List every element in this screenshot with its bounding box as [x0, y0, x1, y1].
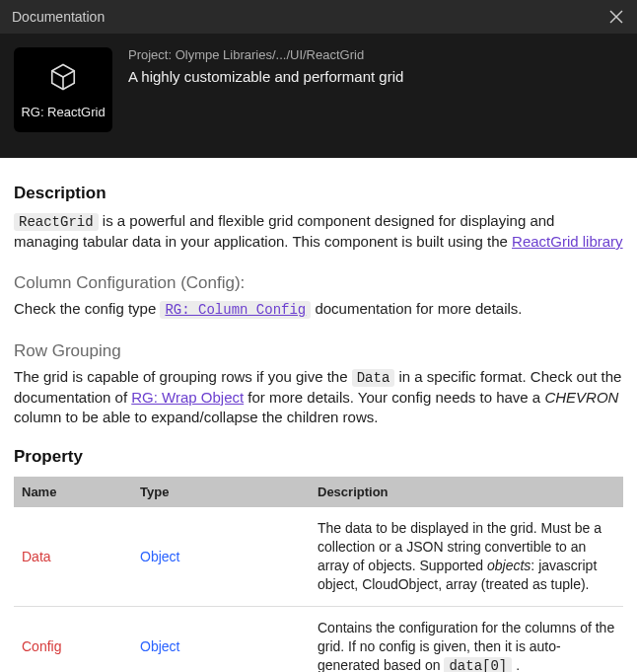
component-summary: A highly customizable and performant gri…	[128, 68, 403, 85]
table-row: ConfigObjectContains the configuration f…	[14, 606, 623, 672]
column-config-link[interactable]: RG: Column Config	[160, 301, 311, 319]
panel-title: Documentation	[12, 9, 105, 25]
description-heading: Description	[14, 184, 623, 203]
column-config-heading: Column Configuration (Config):	[14, 273, 623, 293]
group-t3: for more details. Your config needs to h…	[244, 389, 544, 406]
code-reactgrid: ReactGrid	[14, 213, 99, 231]
description-paragraph: ReactGrid is a powerful and flexible gri…	[14, 211, 623, 252]
row-grouping-heading: Row Grouping	[14, 341, 623, 361]
prop-description: Contains the configuration for the colum…	[310, 606, 623, 672]
table-row: DataObjectThe data to be displayed in th…	[14, 507, 623, 606]
th-type: Type	[132, 477, 310, 507]
type-link[interactable]: Object	[140, 549, 179, 564]
property-heading: Property	[14, 447, 623, 467]
doc-content: Description ReactGrid is a powerful and …	[0, 158, 637, 672]
project-breadcrumb: Project: Olympe Libraries/.../UI/ReactGr…	[128, 47, 403, 62]
prop-name: Config	[14, 606, 132, 672]
cube-icon	[48, 62, 78, 95]
table-header-row: Name Type Description	[14, 477, 623, 507]
prop-description: The data to be displayed in the grid. Mu…	[310, 507, 623, 606]
group-code-data: Data	[352, 369, 395, 387]
wrap-object-link[interactable]: RG: Wrap Object	[131, 389, 244, 406]
group-t1: The grid is capable of grouping rows if …	[14, 368, 352, 385]
column-config-paragraph: Check the config type RG: Column Config …	[14, 299, 623, 320]
close-icon[interactable]	[607, 8, 625, 26]
config-text-pre: Check the config type	[14, 300, 160, 317]
group-chevron-italic: CHEVRON	[544, 389, 618, 406]
component-meta: Project: Olympe Libraries/.../UI/ReactGr…	[128, 47, 403, 85]
chip-label: RG: ReactGrid	[21, 105, 105, 119]
property-table: Name Type Description DataObjectThe data…	[14, 477, 623, 672]
th-name: Name	[14, 477, 132, 507]
group-t4: column to be able to expand/collapse the…	[14, 409, 378, 425]
prop-type: Object	[132, 507, 310, 606]
prop-type: Object	[132, 606, 310, 672]
th-description: Description	[310, 477, 623, 507]
type-link[interactable]: Object	[140, 638, 179, 654]
panel-header: Documentation	[0, 0, 637, 34]
component-card: RG: ReactGrid Project: Olympe Libraries/…	[0, 34, 637, 158]
row-grouping-paragraph: The grid is capable of grouping rows if …	[14, 367, 623, 427]
reactgrid-library-link[interactable]: ReactGrid library	[512, 233, 623, 250]
component-chip: RG: ReactGrid	[14, 47, 112, 132]
config-text-post: documentation for more details.	[311, 300, 522, 317]
prop-name: Data	[14, 507, 132, 606]
